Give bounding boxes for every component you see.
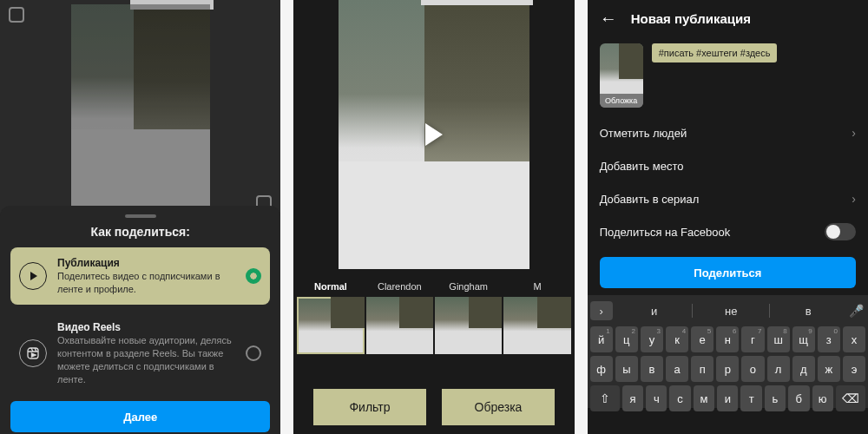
option-publication[interactable]: Публикация Поделитесь видео с подписчика… xyxy=(10,247,270,305)
keyboard-key[interactable]: э xyxy=(843,356,865,382)
video-preview-area xyxy=(0,0,280,217)
mic-icon[interactable]: 🎤 xyxy=(846,304,865,318)
next-button[interactable]: Далее xyxy=(10,401,270,432)
phone-3-new-post: ← Новая публикация Обложка #писать #хешт… xyxy=(588,0,868,434)
video-preview[interactable] xyxy=(339,0,529,269)
play-icon[interactable] xyxy=(425,123,443,146)
keyboard-key[interactable]: в xyxy=(641,356,663,382)
keyboard-key[interactable]: р xyxy=(716,356,739,382)
filter-name: Clarendon xyxy=(366,281,433,292)
tab-crop[interactable]: Обрезка xyxy=(442,389,555,425)
filter-name: M xyxy=(503,281,570,292)
keyboard-key[interactable]: м xyxy=(694,385,714,411)
tab-filter[interactable]: Фильтр xyxy=(313,389,426,425)
keyboard-key[interactable]: д xyxy=(792,356,815,382)
keyboard-key[interactable]: ц2 xyxy=(615,326,638,352)
keyboard-key[interactable]: щ9 xyxy=(792,326,815,352)
suggestion[interactable]: не xyxy=(693,305,769,318)
row-add-place[interactable]: Добавить место xyxy=(600,149,856,182)
keyboard-key[interactable]: ч xyxy=(646,385,667,411)
play-icon xyxy=(19,262,47,290)
back-arrow-icon[interactable]: ← xyxy=(600,9,617,29)
keyboard-key[interactable]: ш8 xyxy=(767,326,790,352)
multi-select-icon[interactable] xyxy=(9,7,24,23)
svg-marker-2 xyxy=(32,353,36,357)
cover-thumbnail[interactable]: Обложка xyxy=(600,43,643,108)
suggestion[interactable]: в xyxy=(770,305,846,318)
row-tag-people[interactable]: Отметить людей › xyxy=(600,116,856,149)
share-button[interactable]: Поделиться xyxy=(600,257,856,288)
editor-tabs: Фильтр Обрезка xyxy=(293,389,574,425)
suggestion-bar: › и не в 🎤 xyxy=(590,299,865,323)
radio-selected-icon xyxy=(246,268,261,284)
share-sheet: Как поделиться: Публикация Поделитесь ви… xyxy=(0,206,280,434)
keyboard-key[interactable]: г7 xyxy=(741,326,764,352)
suggestion[interactable]: и xyxy=(616,305,693,318)
option-reels[interactable]: Видео Reels Охватывайте новые аудитории,… xyxy=(10,312,270,395)
keyboard-key[interactable]: у3 xyxy=(641,326,663,352)
filter-item[interactable]: Gingham xyxy=(435,281,502,359)
filter-name: Normal xyxy=(297,281,364,292)
toggle-off[interactable] xyxy=(825,223,856,240)
row-label: Добавить место xyxy=(600,160,684,173)
shift-key[interactable]: ⇧ xyxy=(590,385,620,411)
row-share-facebook[interactable]: Поделиться на Facebook xyxy=(600,215,856,248)
filter-strip[interactable]: NormalClarendonGinghamM xyxy=(293,281,574,359)
filter-name: Gingham xyxy=(435,281,502,292)
filter-thumbnail xyxy=(435,297,502,354)
chevron-right-icon[interactable]: › xyxy=(590,301,613,320)
keyboard-key[interactable]: х xyxy=(843,326,865,352)
page-title: Новая публикация xyxy=(631,11,751,26)
keyboard-key[interactable]: с xyxy=(669,385,690,411)
keyboard-key[interactable]: к4 xyxy=(666,326,688,352)
keyboard-key[interactable]: е5 xyxy=(691,326,713,352)
keyboard-key[interactable]: з0 xyxy=(818,326,840,352)
backspace-key[interactable]: ⌫ xyxy=(836,385,865,411)
phone-1-share-sheet: Как поделиться: Публикация Поделитесь ви… xyxy=(0,0,280,434)
filter-item[interactable]: Normal xyxy=(297,281,364,359)
sheet-title: Как поделиться: xyxy=(10,225,270,239)
keyboard-key[interactable]: о xyxy=(741,356,764,382)
keyboard-key[interactable]: т xyxy=(740,385,761,411)
header: ← Новая публикация xyxy=(588,0,868,36)
keyboard-key[interactable]: ы xyxy=(615,356,638,382)
option-title: Видео Reels xyxy=(57,320,235,334)
caption-input[interactable]: #писать #хештеги #здесь xyxy=(652,43,778,62)
keyboard: › и не в 🎤 й1ц2у3к4е5н6г7ш8щ9з0х фывапро… xyxy=(588,295,868,408)
option-desc: Охватывайте новые аудитории, делясь конт… xyxy=(57,334,235,385)
svg-marker-0 xyxy=(30,272,37,280)
option-desc: Поделитесь видео с подписчиками в ленте … xyxy=(57,270,235,296)
chevron-right-icon: › xyxy=(852,126,856,140)
keyboard-key[interactable]: б xyxy=(788,385,809,411)
video-preview[interactable] xyxy=(71,4,210,213)
row-label: Добавить в сериал xyxy=(600,193,700,206)
keyboard-key[interactable]: н6 xyxy=(716,326,739,352)
keyboard-key[interactable]: ю xyxy=(812,385,833,411)
row-label: Поделиться на Facebook xyxy=(600,226,731,239)
filter-thumbnail xyxy=(366,297,433,354)
keyboard-key[interactable]: ь xyxy=(765,385,786,411)
keyboard-key[interactable]: ф xyxy=(590,356,613,382)
filter-thumbnail xyxy=(297,297,364,354)
keyboard-key[interactable]: л xyxy=(767,356,790,382)
keyboard-key[interactable]: п xyxy=(691,356,713,382)
row-label: Отметить людей xyxy=(600,127,687,140)
keyboard-key[interactable]: й1 xyxy=(590,326,613,352)
keyboard-key[interactable]: и xyxy=(717,385,738,411)
keyboard-key[interactable]: ж xyxy=(818,356,840,382)
keyboard-key[interactable]: а xyxy=(666,356,688,382)
filter-thumbnail xyxy=(503,297,570,354)
radio-unselected-icon xyxy=(246,345,261,361)
filter-item[interactable]: M xyxy=(503,281,570,359)
sheet-grabber[interactable] xyxy=(125,214,156,218)
chevron-right-icon: › xyxy=(852,192,856,206)
filter-item[interactable]: Clarendon xyxy=(366,281,433,359)
phone-2-filter-editor: NormalClarendonGinghamM Фильтр Обрезка xyxy=(293,0,574,434)
cover-label: Обложка xyxy=(600,94,643,108)
keyboard-key[interactable]: я xyxy=(622,385,643,411)
row-add-series[interactable]: Добавить в сериал › xyxy=(600,182,856,215)
reels-icon xyxy=(19,339,47,367)
option-title: Публикация xyxy=(57,256,235,270)
